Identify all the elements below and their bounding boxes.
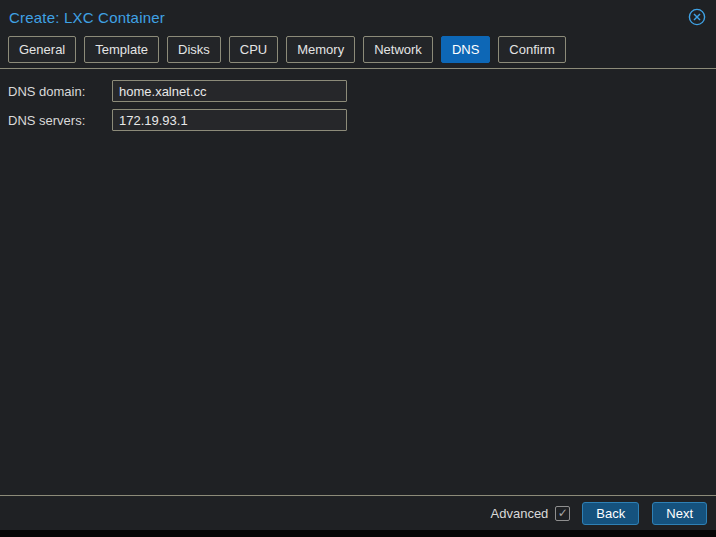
- close-button[interactable]: [688, 8, 706, 26]
- dialog-title: Create: LXC Container: [9, 9, 165, 26]
- tab-dns[interactable]: DNS: [441, 36, 490, 63]
- tab-cpu[interactable]: CPU: [229, 36, 278, 63]
- dns-domain-label: DNS domain:: [8, 84, 112, 99]
- window-bottom-edge: [0, 530, 716, 537]
- dialog-titlebar: Create: LXC Container: [0, 0, 716, 32]
- create-lxc-container-dialog: Create: LXC Container General Template D…: [0, 0, 716, 537]
- dns-servers-input[interactable]: [112, 109, 347, 131]
- dns-form: DNS domain: DNS servers:: [0, 69, 716, 131]
- advanced-checkbox[interactable]: ✓: [555, 506, 570, 521]
- form-row-dns-domain: DNS domain:: [8, 80, 708, 102]
- dns-domain-input[interactable]: [112, 80, 347, 102]
- advanced-group: Advanced ✓: [491, 506, 571, 521]
- next-button[interactable]: Next: [652, 502, 707, 525]
- back-button[interactable]: Back: [582, 502, 639, 525]
- tab-bar: General Template Disks CPU Memory Networ…: [8, 36, 708, 68]
- tab-confirm[interactable]: Confirm: [498, 36, 566, 63]
- checkmark-icon: ✓: [558, 507, 568, 519]
- dialog-footer: Advanced ✓ Back Next: [0, 495, 716, 530]
- tab-network[interactable]: Network: [363, 36, 433, 63]
- form-row-dns-servers: DNS servers:: [8, 109, 708, 131]
- close-icon: [688, 8, 706, 26]
- dialog-body-spacer: [0, 131, 716, 495]
- tab-general[interactable]: General: [8, 36, 76, 63]
- tab-template[interactable]: Template: [84, 36, 159, 63]
- dns-servers-label: DNS servers:: [8, 113, 112, 128]
- tab-disks[interactable]: Disks: [167, 36, 221, 63]
- advanced-label: Advanced: [491, 506, 549, 521]
- tab-strip: General Template Disks CPU Memory Networ…: [0, 32, 716, 69]
- tab-memory[interactable]: Memory: [286, 36, 355, 63]
